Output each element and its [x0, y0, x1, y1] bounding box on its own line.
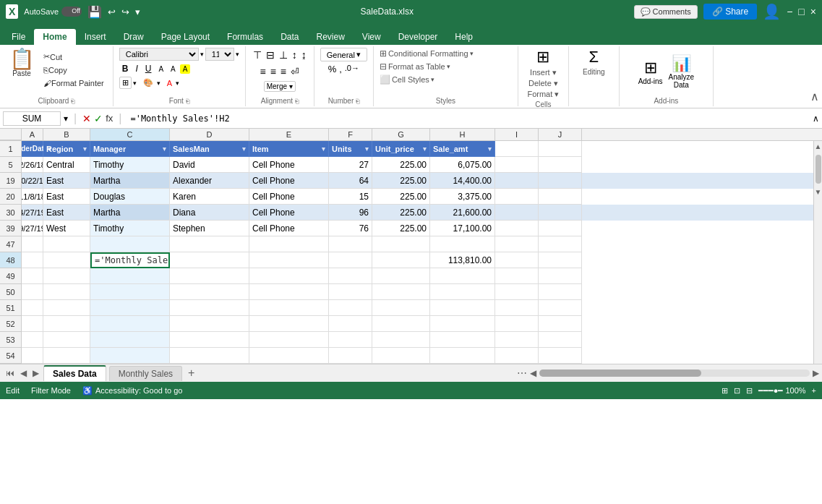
- cell-f39[interactable]: 76: [329, 221, 372, 236]
- align-left-icon[interactable]: ≡: [258, 64, 267, 79]
- cell-i52[interactable]: [495, 316, 539, 332]
- cell-i19[interactable]: [495, 173, 539, 189]
- cell-f19[interactable]: 64: [329, 173, 372, 189]
- cell-b19[interactable]: East: [43, 173, 90, 189]
- cell-j47[interactable]: [539, 236, 582, 252]
- conditional-formatting-button[interactable]: ⊞ Conditional Formatting ▾: [380, 48, 474, 59]
- cell-e49[interactable]: [249, 268, 329, 284]
- horizontal-scrollbar[interactable]: [539, 370, 810, 377]
- h-scroll-left-button[interactable]: ◀: [530, 368, 536, 378]
- tab-developer[interactable]: Developer: [390, 29, 447, 45]
- cs-expand-icon[interactable]: ▾: [431, 76, 434, 83]
- cell-b51[interactable]: [43, 300, 90, 316]
- cell-j50[interactable]: [539, 284, 582, 300]
- name-box-expand[interactable]: ▾: [64, 114, 68, 124]
- row-num-54[interactable]: 54: [0, 348, 22, 364]
- copy-button[interactable]: ⎘ Copy: [40, 64, 107, 76]
- borders-expand[interactable]: ▾: [133, 80, 137, 87]
- cell-f5[interactable]: 27: [329, 157, 372, 173]
- header-cell-item[interactable]: Item▾: [249, 141, 329, 157]
- highlight-button[interactable]: A: [180, 64, 191, 74]
- cell-a39[interactable]: 9/27/19: [22, 221, 43, 236]
- cell-c5[interactable]: Timothy: [90, 157, 170, 173]
- format-painter-button[interactable]: 🖌 Format Painter: [40, 77, 107, 89]
- cell-styles-button[interactable]: ⬜ Cell Styles ▾: [380, 74, 434, 85]
- cell-c47[interactable]: [90, 236, 170, 252]
- salesman-filter[interactable]: ▾: [242, 145, 246, 153]
- formula-input[interactable]: [127, 112, 810, 125]
- cell-f49[interactable]: [329, 268, 372, 284]
- align-middle-icon[interactable]: ⊟: [265, 48, 276, 62]
- cell-h30[interactable]: 21,600.00: [430, 205, 495, 221]
- col-header-j[interactable]: J: [539, 129, 582, 140]
- borders-button[interactable]: ⊞: [119, 77, 132, 89]
- comments-button[interactable]: 💬 Comments: [634, 5, 698, 19]
- autosave-toggle[interactable]: [61, 7, 82, 17]
- cell-i30[interactable]: [495, 205, 539, 221]
- cell-h20[interactable]: 3,375.00: [430, 189, 495, 205]
- cell-e19[interactable]: Cell Phone: [249, 173, 329, 189]
- row-num-39[interactable]: 39: [0, 221, 22, 236]
- cell-c51[interactable]: [90, 300, 170, 316]
- cell-e51[interactable]: [249, 300, 329, 316]
- cell-j1[interactable]: [539, 141, 582, 157]
- bold-button[interactable]: B: [119, 63, 132, 74]
- col-header-c[interactable]: C: [90, 129, 170, 140]
- cell-i5[interactable]: [495, 157, 539, 173]
- cell-f54[interactable]: [329, 348, 372, 364]
- tab-first-button[interactable]: ⏮: [3, 368, 17, 378]
- insert-cells-btn[interactable]: Insert ▾: [530, 68, 557, 77]
- view-page-break-icon[interactable]: ⊟: [746, 386, 753, 396]
- cell-a51[interactable]: [22, 300, 43, 316]
- view-normal-icon[interactable]: ⊞: [722, 386, 728, 396]
- cell-d19[interactable]: Alexander: [170, 173, 249, 189]
- delete-cells-btn[interactable]: Delete ▾: [528, 79, 558, 88]
- font-size-expand-icon2[interactable]: ▾: [236, 51, 239, 58]
- cell-d52[interactable]: [170, 316, 249, 332]
- cell-b53[interactable]: [43, 332, 90, 348]
- comma-icon[interactable]: ,: [339, 64, 342, 74]
- name-box[interactable]: [3, 111, 61, 126]
- cell-g39[interactable]: 225.00: [372, 221, 430, 236]
- tab-review[interactable]: Review: [307, 29, 353, 45]
- cell-b5[interactable]: Central: [43, 157, 90, 173]
- confirm-formula-icon[interactable]: ✓: [94, 113, 103, 124]
- col-header-a[interactable]: A: [22, 129, 43, 140]
- cell-d50[interactable]: [170, 284, 249, 300]
- cell-c54[interactable]: [90, 348, 170, 364]
- header-cell-orderdate[interactable]: OrderDate▾: [22, 141, 43, 157]
- cell-f51[interactable]: [329, 300, 372, 316]
- col-header-f[interactable]: F: [329, 129, 372, 140]
- number-format-expand[interactable]: ▾: [356, 50, 361, 59]
- col-header-i[interactable]: I: [495, 129, 539, 140]
- cell-i48[interactable]: [495, 252, 539, 268]
- cell-g47[interactable]: [372, 236, 430, 252]
- tab-file[interactable]: File: [3, 29, 34, 45]
- row-num-47[interactable]: 47: [0, 236, 22, 252]
- window-close[interactable]: ×: [810, 6, 816, 17]
- cell-j39[interactable]: [539, 221, 582, 236]
- font-expand-icon[interactable]: ⎗: [186, 98, 189, 105]
- cell-i1[interactable]: [495, 141, 539, 157]
- fill-expand[interactable]: ▾: [157, 80, 160, 87]
- cell-d51[interactable]: [170, 300, 249, 316]
- font-color-expand[interactable]: ▾: [176, 80, 179, 87]
- cell-d53[interactable]: [170, 332, 249, 348]
- cell-a20[interactable]: 11/8/18: [22, 189, 43, 205]
- cell-d39[interactable]: Stephen: [170, 221, 249, 236]
- insert-function-icon[interactable]: fx: [106, 113, 113, 124]
- cell-g53[interactable]: [372, 332, 430, 348]
- cell-g49[interactable]: [372, 268, 430, 284]
- cell-e52[interactable]: [249, 316, 329, 332]
- align-right-icon[interactable]: ≡: [279, 64, 288, 79]
- col-header-h[interactable]: H: [430, 129, 495, 140]
- cell-b20[interactable]: East: [43, 189, 90, 205]
- cell-g50[interactable]: [372, 284, 430, 300]
- cell-b48[interactable]: [43, 252, 90, 268]
- cell-i49[interactable]: [495, 268, 539, 284]
- cell-c30[interactable]: Martha: [90, 205, 170, 221]
- cell-a53[interactable]: [22, 332, 43, 348]
- zoom-slider[interactable]: ━━━●━ 100%: [758, 386, 806, 396]
- formula-expand-icon[interactable]: ∧: [813, 114, 819, 124]
- cell-b49[interactable]: [43, 268, 90, 284]
